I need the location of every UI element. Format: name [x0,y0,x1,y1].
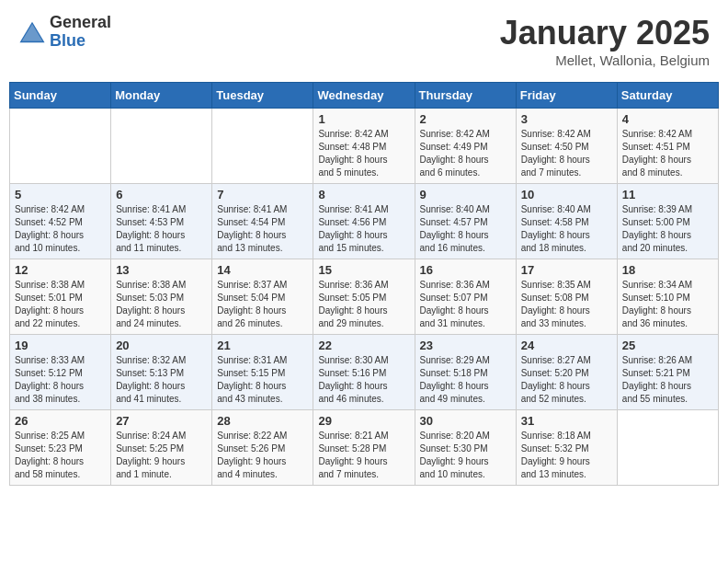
day-info: Sunrise: 8:31 AM Sunset: 5:15 PM Dayligh… [217,354,308,406]
calendar-cell: 25Sunrise: 8:26 AM Sunset: 5:21 PM Dayli… [617,335,718,410]
calendar-cell [111,109,212,184]
calendar-cell: 1Sunrise: 8:42 AM Sunset: 4:48 PM Daylig… [313,109,415,184]
day-info: Sunrise: 8:27 AM Sunset: 5:20 PM Dayligh… [521,354,612,406]
calendar-week-row: 19Sunrise: 8:33 AM Sunset: 5:12 PM Dayli… [10,335,719,410]
day-info: Sunrise: 8:30 AM Sunset: 5:16 PM Dayligh… [318,354,409,406]
day-number: 10 [521,188,612,201]
calendar-cell: 9Sunrise: 8:40 AM Sunset: 4:57 PM Daylig… [415,184,516,259]
calendar-cell: 26Sunrise: 8:25 AM Sunset: 5:23 PM Dayli… [10,410,111,486]
calendar-cell: 14Sunrise: 8:37 AM Sunset: 5:04 PM Dayli… [212,259,313,335]
day-of-week-header: Friday [516,83,617,109]
day-info: Sunrise: 8:22 AM Sunset: 5:26 PM Dayligh… [217,430,308,481]
day-number: 12 [15,263,106,277]
day-number: 11 [622,188,713,201]
day-number: 16 [420,263,511,277]
day-info: Sunrise: 8:40 AM Sunset: 4:58 PM Dayligh… [521,203,612,255]
day-info: Sunrise: 8:33 AM Sunset: 5:12 PM Dayligh… [15,354,106,406]
calendar-cell: 5Sunrise: 8:42 AM Sunset: 4:52 PM Daylig… [10,184,111,259]
month-title: January 2025 [500,14,710,52]
svg-marker-1 [22,24,43,41]
calendar-cell [617,410,718,486]
calendar-week-row: 5Sunrise: 8:42 AM Sunset: 4:52 PM Daylig… [10,184,719,259]
day-info: Sunrise: 8:35 AM Sunset: 5:08 PM Dayligh… [521,279,612,330]
calendar-cell [212,109,313,184]
calendar-cell: 11Sunrise: 8:39 AM Sunset: 5:00 PM Dayli… [617,184,718,259]
day-info: Sunrise: 8:18 AM Sunset: 5:32 PM Dayligh… [521,430,612,481]
calendar-cell: 8Sunrise: 8:41 AM Sunset: 4:56 PM Daylig… [313,184,415,259]
title-block: January 2025 Mellet, Wallonia, Belgium [500,14,710,68]
calendar-week-row: 12Sunrise: 8:38 AM Sunset: 5:01 PM Dayli… [10,259,719,335]
day-number: 21 [217,339,308,352]
day-number: 2 [420,112,511,126]
day-info: Sunrise: 8:42 AM Sunset: 4:50 PM Dayligh… [521,128,612,179]
day-info: Sunrise: 8:41 AM Sunset: 4:53 PM Dayligh… [116,203,207,255]
calendar-cell: 6Sunrise: 8:41 AM Sunset: 4:53 PM Daylig… [111,184,212,259]
logo-text: General Blue [50,14,111,51]
calendar-week-row: 1Sunrise: 8:42 AM Sunset: 4:48 PM Daylig… [10,109,719,184]
day-number: 4 [622,112,713,126]
day-info: Sunrise: 8:25 AM Sunset: 5:23 PM Dayligh… [15,430,106,481]
logo-icon [18,18,46,46]
day-number: 15 [318,263,409,277]
calendar-cell: 21Sunrise: 8:31 AM Sunset: 5:15 PM Dayli… [212,335,313,410]
calendar-cell: 22Sunrise: 8:30 AM Sunset: 5:16 PM Dayli… [313,335,415,410]
day-info: Sunrise: 8:26 AM Sunset: 5:21 PM Dayligh… [622,354,713,406]
day-info: Sunrise: 8:20 AM Sunset: 5:30 PM Dayligh… [420,430,511,481]
calendar-cell: 17Sunrise: 8:35 AM Sunset: 5:08 PM Dayli… [516,259,617,335]
day-number: 24 [521,339,612,352]
day-info: Sunrise: 8:42 AM Sunset: 4:52 PM Dayligh… [15,203,106,255]
day-info: Sunrise: 8:42 AM Sunset: 4:51 PM Dayligh… [622,128,713,179]
day-info: Sunrise: 8:34 AM Sunset: 5:10 PM Dayligh… [622,279,713,330]
day-number: 3 [521,112,612,126]
calendar-cell: 30Sunrise: 8:20 AM Sunset: 5:30 PM Dayli… [415,410,516,486]
day-of-week-header: Thursday [415,83,516,109]
day-number: 30 [420,414,511,428]
calendar-cell: 16Sunrise: 8:36 AM Sunset: 5:07 PM Dayli… [415,259,516,335]
location-text: Mellet, Wallonia, Belgium [500,52,710,68]
day-number: 6 [116,188,207,201]
day-of-week-header: Tuesday [212,83,313,109]
day-info: Sunrise: 8:32 AM Sunset: 5:13 PM Dayligh… [116,354,207,406]
day-info: Sunrise: 8:38 AM Sunset: 5:01 PM Dayligh… [15,279,106,330]
day-info: Sunrise: 8:39 AM Sunset: 5:00 PM Dayligh… [622,203,713,255]
day-of-week-header: Monday [111,83,212,109]
day-of-week-header: Wednesday [313,83,415,109]
day-number: 18 [622,263,713,277]
calendar-cell: 24Sunrise: 8:27 AM Sunset: 5:20 PM Dayli… [516,335,617,410]
day-number: 25 [622,339,713,352]
day-number: 27 [116,414,207,428]
day-number: 8 [318,188,409,201]
calendar-header-row: SundayMondayTuesdayWednesdayThursdayFrid… [10,83,719,109]
day-number: 31 [521,414,612,428]
calendar-table: SundayMondayTuesdayWednesdayThursdayFrid… [9,82,719,486]
day-number: 26 [15,414,106,428]
page-header: General Blue January 2025 Mellet, Wallon… [9,9,719,73]
calendar-cell: 20Sunrise: 8:32 AM Sunset: 5:13 PM Dayli… [111,335,212,410]
calendar-cell: 4Sunrise: 8:42 AM Sunset: 4:51 PM Daylig… [617,109,718,184]
calendar-cell [10,109,111,184]
calendar-cell: 18Sunrise: 8:34 AM Sunset: 5:10 PM Dayli… [617,259,718,335]
day-number: 22 [318,339,409,352]
calendar-cell: 23Sunrise: 8:29 AM Sunset: 5:18 PM Dayli… [415,335,516,410]
calendar-cell: 12Sunrise: 8:38 AM Sunset: 5:01 PM Dayli… [10,259,111,335]
day-info: Sunrise: 8:41 AM Sunset: 4:54 PM Dayligh… [217,203,308,255]
day-info: Sunrise: 8:41 AM Sunset: 4:56 PM Dayligh… [318,203,409,255]
day-number: 7 [217,188,308,201]
calendar-week-row: 26Sunrise: 8:25 AM Sunset: 5:23 PM Dayli… [10,410,719,486]
calendar-cell: 19Sunrise: 8:33 AM Sunset: 5:12 PM Dayli… [10,335,111,410]
calendar-cell: 7Sunrise: 8:41 AM Sunset: 4:54 PM Daylig… [212,184,313,259]
calendar-cell: 27Sunrise: 8:24 AM Sunset: 5:25 PM Dayli… [111,410,212,486]
calendar-cell: 28Sunrise: 8:22 AM Sunset: 5:26 PM Dayli… [212,410,313,486]
day-number: 19 [15,339,106,352]
day-number: 17 [521,263,612,277]
day-number: 9 [420,188,511,201]
day-number: 5 [15,188,106,201]
day-info: Sunrise: 8:42 AM Sunset: 4:48 PM Dayligh… [318,128,409,179]
logo-blue-text: Blue [50,32,111,51]
calendar-cell: 15Sunrise: 8:36 AM Sunset: 5:05 PM Dayli… [313,259,415,335]
calendar-cell: 3Sunrise: 8:42 AM Sunset: 4:50 PM Daylig… [516,109,617,184]
day-number: 13 [116,263,207,277]
day-info: Sunrise: 8:29 AM Sunset: 5:18 PM Dayligh… [420,354,511,406]
calendar-cell: 10Sunrise: 8:40 AM Sunset: 4:58 PM Dayli… [516,184,617,259]
day-info: Sunrise: 8:40 AM Sunset: 4:57 PM Dayligh… [420,203,511,255]
